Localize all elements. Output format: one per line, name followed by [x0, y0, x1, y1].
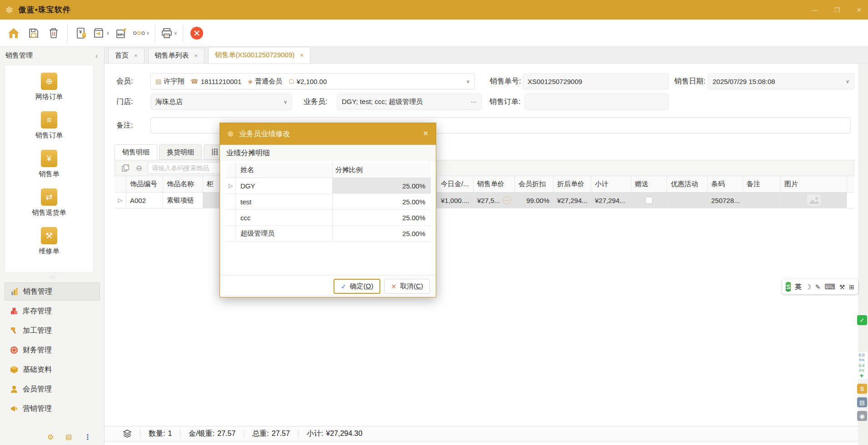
shortcut-sales-order[interactable]: ≡ 销售订单 — [35, 111, 63, 140]
cell-unit-price[interactable]: ¥27,5... ⋯ — [474, 193, 515, 208]
shortcut-sales-ticket[interactable]: ¥ 销售单 — [39, 150, 60, 178]
dialog-close-icon[interactable]: ✕ — [423, 129, 429, 138]
export-button[interactable]: ∨ — [92, 23, 110, 43]
cell-subtotal[interactable]: ¥27,294... — [591, 193, 631, 208]
sogou-tray-icon[interactable]: S — [857, 384, 867, 394]
layers-icon[interactable] — [123, 430, 132, 438]
cell-image[interactable] — [781, 193, 847, 208]
tab-close-icon[interactable]: × — [195, 52, 198, 59]
col-member-discount[interactable]: 会员折扣 — [515, 176, 554, 192]
dialog-titlebar[interactable]: ✽ 业务员业绩修改 ✕ — [220, 123, 436, 145]
sidebar-item-marketing-management[interactable]: 营销管理 — [5, 400, 100, 418]
gift-checkbox[interactable] — [645, 197, 653, 204]
tab-sales-ticket[interactable]: 销售单(XS001250729009) × — [208, 47, 310, 63]
table-row[interactable]: test 25.00% — [226, 194, 431, 210]
col-remark[interactable]: 备注 — [743, 176, 781, 192]
sidebar-item-basic-data[interactable]: 基础资料 — [5, 361, 100, 379]
tab-sales-list[interactable]: 销售单列表 × — [148, 48, 205, 63]
cell-ratio[interactable]: 25.00% — [333, 178, 431, 193]
ime-tools-icon[interactable]: ⚒ — [839, 283, 845, 291]
sales-order-field[interactable] — [524, 94, 669, 110]
security-check-badge-icon[interactable]: ✓ — [857, 315, 867, 325]
delete-button[interactable] — [45, 23, 63, 43]
cell-item-code[interactable]: A002 — [126, 193, 163, 208]
shortcut-network-order[interactable]: ⊕ 网络订单 — [35, 73, 63, 101]
cell-barcode[interactable]: 250728... — [708, 193, 743, 208]
more-vertical-icon[interactable]: ⋮ — [84, 433, 91, 441]
cell-promotion[interactable] — [667, 193, 708, 208]
maximize-button[interactable]: ❐ — [834, 6, 840, 14]
kpi-button[interactable]: KPI — [112, 23, 130, 43]
remove-row-button[interactable]: ⊖ — [136, 163, 142, 173]
ime-skin-pen-icon[interactable]: ✎ — [815, 283, 821, 291]
date-field[interactable]: 2025/07/29 15:08:08 ∨ — [708, 73, 854, 89]
sogou-logo-icon[interactable]: S — [786, 282, 791, 292]
sidebar-item-finance-management[interactable]: 财务管理 — [5, 341, 100, 359]
salesman-field[interactable]: DGY; test; ccc; 超级管理员 ⋯ — [337, 94, 482, 110]
header-name[interactable]: 姓名 — [236, 162, 333, 178]
row-expand-cell[interactable]: ▷ — [115, 193, 126, 208]
cell-ratio[interactable]: 25.00% — [333, 194, 431, 209]
sidebar-item-inventory-management[interactable]: 库存管理 — [5, 302, 100, 320]
more-actions-button[interactable]: ∨ — [132, 23, 150, 43]
cell-discounted-price[interactable]: ¥27,294... — [554, 193, 591, 208]
home-button[interactable] — [5, 23, 23, 43]
store-combo[interactable]: 海珠总店 ∨ — [150, 94, 292, 110]
col-image[interactable]: 图片 — [781, 176, 847, 192]
minimize-button[interactable]: — — [812, 6, 818, 14]
col-unit-price[interactable]: 销售单价 — [474, 176, 515, 192]
cell-remark[interactable] — [743, 193, 781, 208]
settings-gear-icon[interactable]: ⚙ — [47, 433, 54, 441]
chevron-down-icon[interactable]: ∨ — [846, 79, 849, 84]
col-discounted-price[interactable]: 折后单价 — [554, 176, 591, 192]
sidebar-item-sales-management[interactable]: 销售管理 — [5, 282, 100, 301]
tab-close-icon[interactable]: × — [300, 52, 304, 59]
copy-rows-button[interactable] — [121, 164, 130, 172]
network-speed-widget[interactable]: 0.0K/s 0.4K/s ✚ — [856, 352, 868, 379]
close-tab-button[interactable] — [188, 23, 206, 43]
ime-keyboard-icon[interactable]: ⌨ — [825, 282, 835, 291]
sidebar-item-member-management[interactable]: 会员管理 — [5, 380, 100, 398]
price-more-icon[interactable]: ⋯ — [503, 196, 511, 204]
col-gift[interactable]: 赠送 — [631, 176, 667, 192]
header-ratio[interactable]: 分摊比例 — [333, 162, 431, 178]
table-row[interactable]: ccc 25.00% — [226, 210, 431, 226]
camera-tray-icon[interactable]: ◉ — [857, 411, 867, 421]
member-combo[interactable]: ▤ 许宇翔 ☎ 18111210001 ◈ 普通会员 ☖ ¥2,100.00 ∨ — [150, 73, 475, 89]
col-promotion[interactable]: 优惠活动 — [667, 176, 708, 192]
order-no-field[interactable] — [523, 73, 669, 89]
cell-name[interactable]: ccc — [236, 210, 333, 225]
ime-toolbox-grid-icon[interactable]: ⊞ — [849, 283, 854, 291]
tab-close-icon[interactable]: × — [134, 52, 138, 59]
cell-member-discount[interactable]: 99.00% — [515, 193, 554, 208]
print-button[interactable]: ∨ — [160, 23, 178, 43]
order-no-input[interactable] — [523, 78, 668, 85]
save-button[interactable] — [25, 23, 43, 43]
cell-ratio[interactable]: 25.00% — [333, 226, 431, 241]
sidebar-collapse-icon[interactable]: ‹ — [95, 52, 98, 59]
cell-name[interactable]: DGY — [236, 178, 333, 193]
ok-button[interactable]: ✓ 确定(O) — [334, 279, 380, 294]
col-barcode[interactable]: 条码 — [708, 176, 743, 192]
col-subtotal[interactable]: 小计 — [591, 176, 631, 192]
ellipsis-button[interactable]: ⋯ — [471, 99, 477, 105]
chevron-down-icon[interactable]: ∨ — [284, 99, 287, 105]
ime-language-toggle[interactable]: 英 — [795, 283, 801, 291]
tab-home[interactable]: 首页 × — [108, 48, 145, 63]
cell-today-gold[interactable]: ¥1,000.... — [437, 193, 474, 208]
cancel-button[interactable]: ✕ 取消(C) — [384, 279, 430, 294]
sidebar-item-processing-management[interactable]: 加工管理 — [5, 321, 100, 340]
ime-halfwidth-moon-icon[interactable]: ☽ — [805, 283, 811, 291]
col-item-name[interactable]: 饰品名称 — [163, 176, 203, 192]
table-row[interactable]: 超级管理员 25.00% — [226, 226, 431, 242]
shortcut-sales-return[interactable]: ⇄ 销售退货单 — [32, 188, 66, 217]
payment-button[interactable]: ¥ — [72, 23, 90, 43]
cell-name[interactable]: test — [236, 194, 333, 209]
sidebar-resize-handle[interactable]: ∷∷ — [0, 275, 105, 280]
cell-name[interactable]: 超级管理员 — [236, 226, 333, 241]
shortcut-repair-order[interactable]: ⚒ 维修单 — [39, 227, 60, 256]
cell-item-name[interactable]: 素银项链 — [163, 193, 203, 208]
table-row[interactable]: ▷ DGY 25.00% — [226, 178, 431, 194]
document-icon[interactable]: ▤ — [65, 433, 72, 441]
chevron-down-icon[interactable]: ∨ — [466, 79, 470, 84]
